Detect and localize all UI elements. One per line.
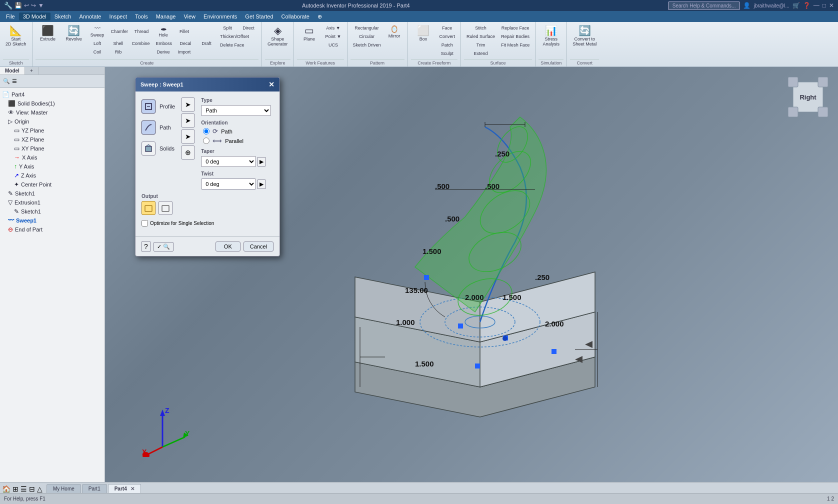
rectangular-button[interactable]: Rectangular bbox=[350, 24, 384, 32]
tree-item-sketch1[interactable]: ✎ Sketch1 bbox=[0, 189, 104, 198]
menu-tools[interactable]: Tools bbox=[131, 12, 152, 20]
menu-collaborate[interactable]: Collaborate bbox=[278, 12, 314, 20]
tab-table-icon[interactable]: ☰ bbox=[20, 485, 27, 493]
dialog-arrow-3[interactable]: ➤ bbox=[181, 130, 195, 144]
shell-button[interactable]: Shell bbox=[108, 40, 128, 48]
tab-part1[interactable]: Part1 bbox=[82, 484, 107, 493]
tab-grid-icon[interactable]: ⊞ bbox=[12, 485, 18, 493]
orientation-path-radio[interactable] bbox=[203, 128, 210, 134]
import-button[interactable]: Import bbox=[174, 48, 194, 56]
options-icon[interactable]: ▼ bbox=[38, 2, 44, 9]
3d-viewport[interactable]: .250 .500 .500 .500 1.500 .250 135.00 2.… bbox=[105, 67, 838, 482]
twist-select[interactable]: 0 deg 45 deg 90 deg bbox=[201, 178, 256, 190]
taper-select[interactable]: 0 deg 5 deg 10 deg bbox=[201, 156, 256, 167]
maximize-btn[interactable]: □ bbox=[822, 2, 826, 9]
dialog-arrow-2[interactable]: ➤ bbox=[181, 114, 195, 128]
tree-item-view-master[interactable]: 👁 View: Master bbox=[0, 108, 104, 117]
box-button[interactable]: ⬜ Box bbox=[411, 24, 436, 43]
split-button[interactable]: Split bbox=[218, 24, 238, 32]
tab-home-icon[interactable]: 🏠 bbox=[2, 485, 10, 493]
ruled-surface-button[interactable]: Ruled Surface bbox=[464, 32, 498, 40]
menu-file[interactable]: File bbox=[2, 12, 19, 20]
ucs-button[interactable]: UCS bbox=[323, 41, 344, 49]
draft-button[interactable]: Draft bbox=[196, 40, 216, 48]
tree-item-solid-bodies[interactable]: ⬛ Solid Bodies(1) bbox=[0, 99, 104, 108]
start-2d-sketch-button[interactable]: 📐 Start2D Sketch bbox=[3, 24, 29, 48]
cancel-button[interactable]: Cancel bbox=[244, 242, 274, 252]
menu-3dmodel[interactable]: 3D Model bbox=[19, 12, 50, 20]
face-button[interactable]: Face bbox=[437, 24, 458, 32]
optimize-checkbox-label[interactable]: Optimize for Single Selection bbox=[142, 220, 274, 226]
dialog-help-icon[interactable]: ? bbox=[142, 241, 150, 252]
menu-add[interactable]: ⊕ bbox=[314, 12, 326, 21]
orientation-parallel-radio[interactable] bbox=[203, 138, 210, 144]
cart-icon[interactable]: 🛒 bbox=[792, 2, 800, 9]
derive-button[interactable]: Derive bbox=[154, 48, 174, 56]
replace-face-button[interactable]: Replace Face bbox=[498, 24, 532, 32]
tree-item-end-of-part[interactable]: ⊖ End of Part bbox=[0, 225, 104, 234]
stress-analysis-button[interactable]: 📊 StressAnalysis bbox=[538, 24, 564, 48]
thicken-button[interactable]: Thicken/Offset bbox=[218, 32, 252, 40]
hole-button[interactable]: 🕳 Hole bbox=[154, 24, 174, 39]
coil-button[interactable]: Coil bbox=[88, 48, 108, 56]
repair-bodies-button[interactable]: Repair Bodies bbox=[498, 32, 532, 40]
output-surface-button[interactable] bbox=[158, 201, 172, 215]
tree-item-x-axis[interactable]: → X Axis bbox=[0, 153, 104, 162]
menu-environments[interactable]: Environments bbox=[200, 12, 241, 20]
path-select-button[interactable] bbox=[142, 120, 156, 134]
shape-generator-button[interactable]: ◈ ShapeGenerator bbox=[265, 24, 290, 48]
menu-annotate[interactable]: Annotate bbox=[75, 12, 105, 20]
fillet-button[interactable]: Fillet bbox=[174, 24, 194, 39]
menu-view[interactable]: View bbox=[180, 12, 200, 20]
menu-inspect[interactable]: Inspect bbox=[106, 12, 131, 20]
tab-part4-close-icon[interactable]: ✕ bbox=[130, 486, 134, 492]
sweep-dialog-close-icon[interactable]: ✕ bbox=[268, 80, 274, 88]
tab-arrow-icon[interactable]: △ bbox=[37, 485, 42, 493]
redo-icon[interactable]: ↪ bbox=[31, 2, 36, 9]
twist-expand-icon[interactable]: ▶ bbox=[257, 180, 266, 189]
menu-getstarted[interactable]: Get Started bbox=[241, 12, 277, 20]
dialog-arrow-1[interactable]: ➤ bbox=[181, 98, 195, 112]
search-box[interactable]: Search Help & Commands... bbox=[668, 2, 740, 10]
tree-item-z-axis[interactable]: ↗ Z Axis bbox=[0, 171, 104, 180]
tree-item-xy-plane[interactable]: ▭ XY Plane bbox=[0, 144, 104, 153]
sketch-driven-button[interactable]: Sketch Driven bbox=[350, 41, 384, 49]
plane-button[interactable]: ▭ Plane bbox=[297, 24, 322, 43]
direct-button[interactable]: Direct bbox=[238, 24, 258, 32]
taper-expand-icon[interactable]: ▶ bbox=[257, 157, 266, 166]
chamfer-button[interactable]: Chamfer bbox=[108, 24, 131, 39]
menu-manage[interactable]: Manage bbox=[152, 12, 180, 20]
trim-button[interactable]: Trim bbox=[464, 41, 498, 49]
patch-button[interactable]: Patch bbox=[437, 41, 458, 49]
mirror-button[interactable]: 🪞 Mirror bbox=[384, 24, 404, 40]
circular-button[interactable]: Circular bbox=[350, 32, 384, 40]
emboss-button[interactable]: Emboss bbox=[154, 40, 175, 48]
tree-item-part4[interactable]: 📄 Part4 bbox=[0, 90, 104, 99]
solids-select-button[interactable] bbox=[142, 142, 156, 156]
combine-button[interactable]: Combine bbox=[130, 40, 152, 48]
tree-item-extrusion1-sketch1[interactable]: ✎ Sketch1 bbox=[0, 207, 104, 216]
convert-button[interactable]: Convert bbox=[437, 32, 458, 40]
tree-item-yz-plane[interactable]: ▭ YZ Plane bbox=[0, 126, 104, 135]
convert-sheet-metal-button[interactable]: 🔄 Convert toSheet Metal bbox=[570, 24, 599, 48]
undo-icon[interactable]: ↩ bbox=[24, 2, 29, 9]
delete-face-button[interactable]: Delete Face bbox=[218, 41, 247, 49]
dialog-arrow-4[interactable]: ⊕ bbox=[181, 146, 195, 160]
point-button[interactable]: Point ▼ bbox=[323, 32, 344, 40]
optimize-checkbox[interactable] bbox=[142, 220, 148, 226]
tree-item-origin[interactable]: ▷ Origin bbox=[0, 117, 104, 126]
sweep-dialog-header[interactable]: Sweep : Sweep1 ✕ bbox=[136, 78, 280, 92]
orientation-path-option[interactable]: ⟳ Path bbox=[203, 128, 274, 135]
extrude-button[interactable]: ⬛ Extrude bbox=[36, 24, 60, 43]
menu-sketch[interactable]: Sketch bbox=[50, 12, 76, 20]
tab-split-icon[interactable]: ⊟ bbox=[29, 485, 35, 493]
rib-button[interactable]: Rib bbox=[108, 48, 128, 56]
tab-part4[interactable]: Part4 ✕ bbox=[108, 484, 141, 493]
sweep-button[interactable]: 〰Sweep bbox=[88, 24, 108, 39]
tree-search-icon[interactable]: 🔍 bbox=[3, 78, 10, 84]
tree-tab-add[interactable]: + bbox=[25, 67, 38, 74]
quick-access-icon[interactable]: 💾 bbox=[14, 2, 22, 9]
decal-button[interactable]: Decal bbox=[176, 40, 196, 48]
tree-item-center-point[interactable]: ✦ Center Point bbox=[0, 180, 104, 189]
dialog-check-icon[interactable]: ✓ 🔍 bbox=[154, 242, 174, 252]
